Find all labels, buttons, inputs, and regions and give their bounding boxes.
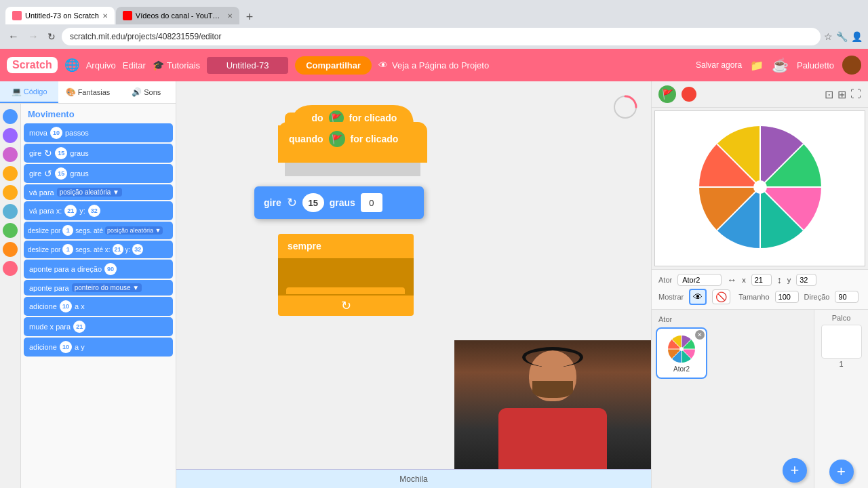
fullscreen-icon[interactable]: ⛶ [850, 88, 861, 101]
block-num-gire-ccw[interactable]: 15 [55, 167, 67, 180]
block-gire-cw[interactable]: gire ↻ 15 graus [24, 144, 173, 163]
add-backdrop-button[interactable]: + [829, 460, 854, 484]
palco-label: Palco [832, 314, 851, 322]
view-page-button[interactable]: 👁 Veja a Página do Projeto [378, 60, 489, 70]
block-va-para-xy[interactable]: vá para x: 21 y: 32 [24, 201, 173, 220]
tab-youtube[interactable]: Vídeos do canal - YouTube Stud... ✕ [116, 7, 239, 24]
sprite-name-input[interactable] [677, 274, 722, 286]
cat-movimento[interactable] [3, 109, 18, 124]
scratch-tab-close[interactable]: ✕ [102, 12, 108, 20]
expand-stage-icon[interactable]: ⊞ [837, 88, 846, 101]
youtube-tab-close[interactable]: ✕ [227, 12, 233, 20]
ator-label: Ator [658, 276, 672, 284]
arquivo-menu[interactable]: Arquivo [86, 60, 116, 70]
share-button[interactable]: Compartilhar [295, 56, 372, 75]
block-deslize-2[interactable]: deslize por 1 segs. até x: 21 y: 32 [24, 241, 173, 258]
block-adicione-x[interactable]: adicione 10 a x [24, 297, 173, 316]
folder-icon[interactable]: 📁 [750, 59, 764, 72]
scratch-tab-title: Untitled-73 on Scratch [25, 12, 99, 20]
block-num-x[interactable]: 21 [64, 205, 77, 217]
profile-icon[interactable]: 👤 [851, 31, 863, 42]
costumes-icon: 🎨 [66, 87, 76, 97]
motion-secondary-input[interactable]: 0 [361, 193, 382, 212]
mochila-bar[interactable]: Mochila [176, 469, 651, 488]
scratch-tab-favicon [12, 11, 22, 20]
scratch-logo[interactable]: Scratch [7, 57, 58, 73]
webcam-overlay [454, 340, 651, 469]
save-button[interactable]: Salvar agora [696, 60, 742, 70]
address-input[interactable] [62, 28, 821, 45]
cat-aparencia[interactable] [3, 128, 18, 143]
y-input[interactable] [796, 274, 816, 286]
user-avatar[interactable] [842, 56, 861, 75]
block-num-y[interactable]: 32 [88, 205, 100, 217]
shrink-stage-icon[interactable]: ⊡ [825, 88, 833, 101]
y-arrow-icon: ↕ [777, 274, 782, 285]
mostrar-label: Mostrar [658, 293, 684, 301]
block-num-gire-cw[interactable]: 15 [55, 147, 67, 159]
cat-sensores[interactable] [3, 204, 18, 219]
extensions-icon[interactable]: 🔧 [836, 31, 848, 42]
cat-controle[interactable] [3, 185, 18, 200]
block-aponte-ponteiro[interactable]: aponte para ponteiro do mouse ▼ [24, 280, 173, 296]
star-icon[interactable]: ☆ [824, 31, 833, 42]
size-input[interactable] [775, 291, 799, 303]
direction-input[interactable] [835, 291, 859, 303]
stop-button[interactable] [682, 87, 696, 102]
block-gire-ccw[interactable]: gire ↺ 15 graus [24, 164, 173, 183]
cat-operadores[interactable] [3, 223, 18, 238]
youtube-tab-favicon [123, 11, 132, 20]
svg-point-18 [679, 347, 684, 351]
dropdown-posicao[interactable]: posição aleatória ▼ [57, 188, 122, 197]
cat-variaveis[interactable] [3, 242, 18, 257]
green-flag-button[interactable]: 🚩 [658, 85, 676, 103]
block-num-mova[interactable]: 10 [50, 127, 62, 139]
cat-som[interactable] [3, 147, 18, 162]
sidebar: 💻 Código 🎨 Fantasias 🔊 Sons [0, 81, 176, 488]
sempre-label: sempre [288, 241, 321, 251]
tamanho-label: Tamanho [738, 293, 769, 301]
sounds-icon: 🔊 [132, 87, 142, 97]
tutorials-button[interactable]: 🎓 Tutoriais [153, 60, 200, 70]
sprites-header: Ator [656, 314, 810, 325]
direcao-label: Direção [804, 293, 830, 301]
add-sprite-button[interactable]: + [783, 458, 807, 483]
sprite-thumb-label: Ator2 [673, 365, 690, 373]
sprite-delete-btn[interactable]: ✕ [695, 330, 705, 340]
backdrop-thumbnail[interactable] [821, 325, 862, 359]
hide-eye-button[interactable]: 🚫 [712, 289, 730, 304]
block-deslize-1[interactable]: deslize por 1 segs. até posição aleatóri… [24, 222, 173, 239]
motion-num-input[interactable]: 15 [302, 193, 324, 212]
x-input[interactable] [751, 274, 772, 286]
sprite-thumb-ator2[interactable]: ✕ [656, 327, 707, 379]
category-dots-panel [0, 104, 21, 488]
back-button[interactable]: ← [5, 29, 22, 44]
cat-eventos[interactable] [3, 166, 18, 181]
hat-block-wrapper[interactable]: quando 🚩 for clicado [278, 122, 427, 176]
blocks-list: Movimento mova 10 passos gire ↻ 15 graus… [21, 104, 176, 488]
reload-button[interactable]: ↻ [45, 30, 58, 43]
tab-sounds[interactable]: 🔊 Sons [117, 81, 176, 103]
project-name-input[interactable] [207, 57, 288, 74]
block-va-para[interactable]: vá para posição aleatória ▼ [24, 184, 173, 200]
block-mova[interactable]: mova 10 passos [24, 123, 173, 142]
svg-point-9 [753, 180, 767, 194]
rotate-ccw-icon: ↺ [44, 168, 52, 179]
editar-menu[interactable]: Editar [123, 60, 146, 70]
username-label[interactable]: Paludetto [797, 60, 834, 70]
globe-menu-button[interactable]: 🌐 [64, 58, 79, 73]
sempre-block[interactable]: sempre ↻ [278, 234, 414, 316]
cat-meus-blocos[interactable] [3, 261, 18, 276]
gire-motion-block[interactable]: gire ↻ 15 graus 0 [254, 186, 424, 219]
new-tab-button[interactable]: + [242, 10, 258, 24]
tab-scratch[interactable]: Untitled-73 on Scratch ✕ [5, 7, 115, 24]
block-adicione-y[interactable]: adicione 10 a y [24, 338, 173, 357]
graus-label: graus [330, 197, 355, 208]
block-mude-x[interactable]: mude x para 21 [24, 317, 173, 336]
block-aponte-direcao[interactable]: aponte para a direção 90 [24, 260, 173, 279]
show-eye-button[interactable]: 👁 [689, 289, 707, 305]
tab-code[interactable]: 💻 Código [0, 81, 58, 103]
forward-button[interactable]: → [25, 29, 41, 44]
stage-controls: 🚩 ⊡ ⊞ ⛶ [652, 81, 868, 108]
tab-costumes[interactable]: 🎨 Fantasias [58, 81, 117, 103]
